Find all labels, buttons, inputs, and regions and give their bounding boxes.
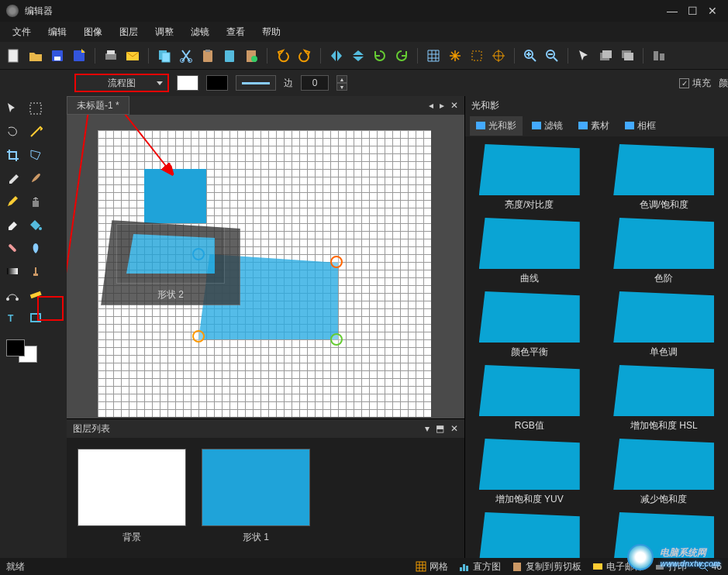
align-tool-icon[interactable] xyxy=(650,46,668,65)
paste-special-icon[interactable] xyxy=(242,46,260,65)
menu-help[interactable]: 帮助 xyxy=(254,22,288,42)
layer-tool-1-icon[interactable] xyxy=(596,46,615,65)
fx-more-1[interactable] xyxy=(468,512,591,558)
panel-pin-icon[interactable]: ⬒ xyxy=(436,423,444,434)
tab-material[interactable]: 素材 xyxy=(572,116,616,136)
menu-file[interactable]: 文件 xyxy=(5,22,39,42)
layer-thumb-shape1[interactable]: 形状 1 xyxy=(202,449,310,544)
layer-tool-2-icon[interactable] xyxy=(618,46,637,65)
panel-menu-icon[interactable]: ▾ xyxy=(425,423,430,434)
zoom-out-icon[interactable] xyxy=(543,46,561,65)
print-icon[interactable] xyxy=(102,46,120,65)
shape-type-dropdown[interactable]: 流程图 xyxy=(74,74,169,92)
line-style-dropdown[interactable] xyxy=(236,75,276,91)
fill-color-swatch[interactable] xyxy=(177,75,198,91)
color-wells[interactable] xyxy=(6,339,37,363)
fx-curves[interactable]: 曲线 xyxy=(468,218,591,285)
tab-light-shadow[interactable]: 光和影 xyxy=(470,116,523,136)
menu-edit[interactable]: 编辑 xyxy=(40,22,74,42)
menu-filter[interactable]: 滤镜 xyxy=(183,22,217,42)
status-email[interactable]: 电子邮件 xyxy=(592,560,643,573)
fx-rgb[interactable]: RGB值 xyxy=(468,365,591,432)
save-icon[interactable] xyxy=(48,46,67,65)
shape-rectangle[interactable] xyxy=(144,169,206,223)
status-zoom[interactable]: 46 xyxy=(698,560,722,573)
snap-2-icon[interactable] xyxy=(468,46,486,65)
save-as-icon[interactable] xyxy=(70,46,88,65)
freecrop-tool-icon[interactable] xyxy=(26,146,45,164)
bucket-tool-icon[interactable] xyxy=(26,215,45,234)
fx-levels[interactable]: 色阶 xyxy=(603,218,726,285)
status-print[interactable]: 打印 xyxy=(654,560,687,573)
menu-view[interactable]: 查看 xyxy=(219,22,253,42)
menu-adjust[interactable]: 调整 xyxy=(147,22,181,42)
tab-next-icon[interactable]: ▸ xyxy=(440,100,444,111)
lasso-tool-icon[interactable] xyxy=(3,122,22,141)
undo-icon[interactable] xyxy=(274,46,292,65)
fx-brightness-contrast[interactable]: 亮度/对比度 xyxy=(468,144,591,212)
maximize-button[interactable]: ☐ xyxy=(683,3,702,19)
stroke-width-input[interactable]: 0 xyxy=(301,75,329,91)
open-file-icon[interactable] xyxy=(26,46,45,65)
fx-sat-hsl[interactable]: 增加饱和度 HSL xyxy=(603,365,726,432)
fx-sat-yuv[interactable]: 增加饱和度 YUV xyxy=(468,439,591,506)
layer-thumb-background[interactable]: 背景 xyxy=(78,449,186,544)
clone-tool-icon[interactable] xyxy=(26,192,45,211)
menu-image[interactable]: 图像 xyxy=(76,22,110,42)
fx-more-2[interactable] xyxy=(603,512,726,558)
tab-prev-icon[interactable]: ◂ xyxy=(429,100,433,111)
stamp-tool-icon[interactable] xyxy=(26,262,45,281)
zoom-in-icon[interactable] xyxy=(521,46,540,65)
eraser-tool-icon[interactable] xyxy=(3,215,22,234)
path-tool-icon[interactable] xyxy=(3,285,22,304)
rotate-left-icon[interactable] xyxy=(371,46,389,65)
status-grid[interactable]: 网格 xyxy=(416,560,448,573)
copy-icon[interactable] xyxy=(155,46,174,65)
email-icon[interactable] xyxy=(123,46,142,65)
fx-monotone[interactable]: 单色调 xyxy=(603,291,726,359)
tab-close-icon[interactable]: ✕ xyxy=(450,100,458,111)
redo-icon[interactable] xyxy=(295,46,314,65)
marquee-tool-icon[interactable] xyxy=(26,99,45,118)
cut-icon[interactable] xyxy=(177,46,195,65)
wand-tool-icon[interactable] xyxy=(26,122,45,141)
healing-tool-icon[interactable] xyxy=(3,239,22,257)
handle-top-right[interactable] xyxy=(330,256,343,268)
document-tab[interactable]: 未标题-1 * xyxy=(67,96,129,115)
minimize-button[interactable]: — xyxy=(663,3,681,19)
brush-tool-icon[interactable] xyxy=(26,169,45,188)
grid-icon[interactable] xyxy=(424,46,443,65)
panel-close-icon[interactable]: ✕ xyxy=(450,423,458,434)
new-file-icon[interactable] xyxy=(5,46,23,65)
handle-bottom-left[interactable] xyxy=(192,330,205,343)
fill-checkbox[interactable]: 填充 xyxy=(679,77,711,90)
fx-color-balance[interactable]: 颜色平衡 xyxy=(468,291,591,359)
move-tool-icon[interactable] xyxy=(3,99,22,118)
smudge-tool-icon[interactable] xyxy=(26,239,45,257)
flip-h-icon[interactable] xyxy=(327,46,346,65)
flip-v-icon[interactable] xyxy=(349,46,367,65)
stroke-width-spinner[interactable]: ▲▼ xyxy=(336,75,347,91)
handle-bottom-right[interactable] xyxy=(330,333,343,346)
measure-tool-icon[interactable] xyxy=(26,285,45,304)
tab-frame[interactable]: 相框 xyxy=(619,116,662,136)
snap-3-icon[interactable] xyxy=(489,46,508,65)
gradient-tool-icon[interactable] xyxy=(3,262,22,281)
fx-desat[interactable]: 减少饱和度 xyxy=(603,439,726,506)
close-button[interactable]: ✕ xyxy=(703,3,722,19)
text-tool-icon[interactable]: T xyxy=(3,308,22,327)
layer-thumb-shape2[interactable]: 形状 2 xyxy=(101,220,240,305)
crop-tool-icon[interactable] xyxy=(3,146,22,164)
snap-1-icon[interactable] xyxy=(446,46,464,65)
pencil-tool-icon[interactable] xyxy=(3,192,22,211)
menu-layer[interactable]: 图层 xyxy=(112,22,146,42)
rotate-right-icon[interactable] xyxy=(392,46,411,65)
status-clipboard[interactable]: 复制到剪切板 xyxy=(512,560,581,573)
fx-hue-saturation[interactable]: 色调/饱和度 xyxy=(603,144,726,212)
eyedropper-tool-icon[interactable] xyxy=(3,169,22,188)
foreground-color[interactable] xyxy=(6,339,25,356)
status-histogram[interactable]: 直方图 xyxy=(459,560,501,573)
clipboard-icon[interactable] xyxy=(220,46,239,65)
pointer-icon[interactable] xyxy=(574,46,593,65)
paste-icon[interactable] xyxy=(198,46,217,65)
